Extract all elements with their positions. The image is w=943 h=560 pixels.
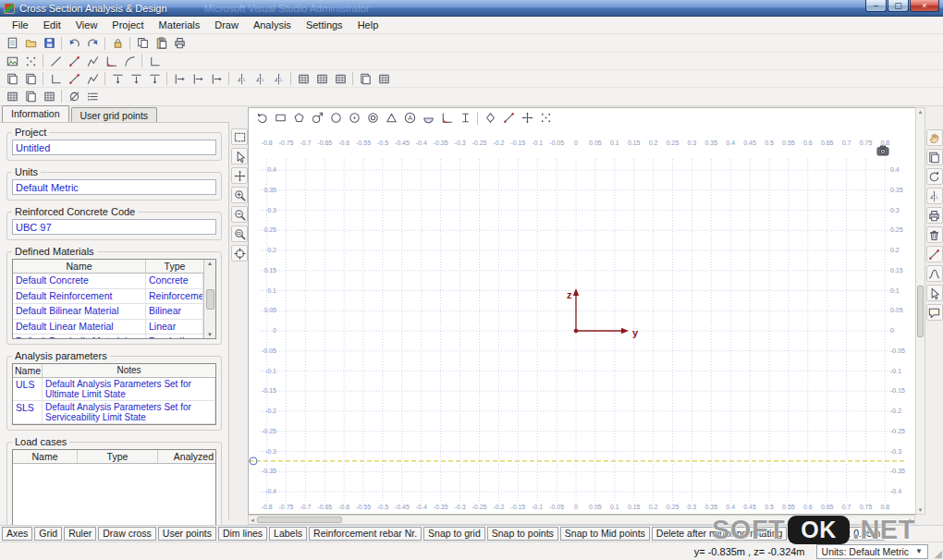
status-snap-to-points[interactable]: Snap to points	[487, 527, 558, 541]
tab-information[interactable]: Information	[2, 105, 69, 122]
menu-help[interactable]: Help	[350, 18, 386, 32]
print-view-icon[interactable]	[926, 207, 943, 224]
list-icon[interactable]	[83, 89, 102, 104]
pan-move-icon[interactable]	[231, 167, 248, 184]
draw-point-icon[interactable]	[481, 110, 499, 126]
translate-2-icon[interactable]	[65, 71, 83, 87]
draw-arc-icon[interactable]	[120, 54, 139, 69]
user-grid-icon[interactable]	[536, 110, 555, 126]
menu-materials[interactable]: Materials	[152, 18, 208, 32]
move-right-1-icon[interactable]	[170, 71, 189, 87]
table-2-icon[interactable]	[374, 71, 393, 87]
status-dim-lines[interactable]: Dim lines	[218, 527, 267, 541]
zoom-out-icon[interactable]	[231, 206, 248, 223]
draw-polygon-icon[interactable]	[289, 110, 308, 126]
status-axes[interactable]: Axes	[2, 527, 32, 541]
vscroll-thumb[interactable]	[917, 286, 924, 337]
draw-circle-arrow-icon[interactable]	[308, 110, 326, 126]
camera-icon[interactable]	[875, 143, 891, 158]
material-type-cell[interactable]: Bilinear	[146, 304, 203, 319]
scroll-up-icon[interactable]: ▲	[918, 109, 924, 115]
maximize-button[interactable]: ▢	[888, 0, 909, 12]
material-type-cell[interactable]: Parabolic	[146, 335, 203, 338]
copy-icon[interactable]	[133, 35, 152, 51]
layers-3-icon[interactable]	[40, 89, 58, 104]
tab-user-grid-points[interactable]: User grid points	[71, 107, 158, 122]
translate-1-icon[interactable]	[46, 71, 65, 87]
analysis-name-cell[interactable]: ULS	[13, 378, 43, 400]
move-right-2-icon[interactable]	[189, 71, 207, 87]
redo-icon[interactable]	[83, 35, 102, 51]
mirror-2-icon[interactable]	[251, 71, 269, 87]
move-origin-icon[interactable]	[518, 110, 536, 126]
close-button[interactable]: ×	[910, 0, 939, 12]
scroll-thumb[interactable]	[206, 289, 214, 310]
material-region-icon[interactable]: A	[400, 110, 419, 126]
snap-target-icon[interactable]	[231, 245, 248, 262]
open-file-icon[interactable]	[21, 35, 40, 51]
comment-icon[interactable]	[926, 304, 943, 321]
material-name-cell[interactable]: Default Bilinear Material	[13, 304, 146, 319]
mirror-1-icon[interactable]	[232, 71, 251, 87]
material-type-cell[interactable]: Reinforcement	[146, 289, 203, 304]
materials-row[interactable]: Default ReinforcementReinforcement	[13, 289, 203, 305]
status-grid[interactable]: Grid	[34, 527, 62, 541]
menu-file[interactable]: File	[5, 18, 36, 32]
status-draw-cross[interactable]: Draw cross	[98, 527, 156, 541]
resize-grip[interactable]: ◢	[935, 549, 942, 559]
duplicate-icon[interactable]	[3, 71, 21, 87]
draw-polyline-icon[interactable]	[83, 54, 102, 69]
move-right-3-icon[interactable]	[207, 71, 226, 87]
paste-icon[interactable]	[152, 35, 170, 51]
hscroll-thumb[interactable]	[257, 517, 342, 523]
status-reinforcement-rebar-nr[interactable]: Reinforcement rebar Nr.	[309, 527, 422, 541]
draw-line-icon[interactable]	[46, 54, 65, 69]
draw-line-points-icon[interactable]	[65, 54, 83, 69]
print-icon[interactable]	[170, 35, 189, 51]
menu-view[interactable]: View	[68, 18, 105, 32]
concrete-code-input[interactable]	[12, 219, 216, 235]
clear-icon[interactable]	[65, 89, 83, 104]
draw-triangle-icon[interactable]	[382, 110, 400, 126]
analysis-note-cell[interactable]: Default Analysis Parameters Set for Ulti…	[43, 378, 215, 400]
material-type-cell[interactable]: Concrete	[146, 274, 203, 288]
mirror-view-icon[interactable]	[926, 188, 943, 204]
draw-angle-icon[interactable]	[102, 54, 120, 69]
array-2-icon[interactable]	[312, 71, 331, 87]
measure-icon[interactable]	[926, 246, 943, 262]
draw-halfcircle-icon[interactable]	[419, 110, 437, 126]
draw-circle-center-icon[interactable]	[345, 110, 363, 126]
analysis-note-cell[interactable]: Default Analysis Parameters Set for Serv…	[43, 401, 215, 423]
draw-ring-icon[interactable]	[363, 110, 382, 126]
draw-dimension-icon[interactable]	[499, 110, 518, 126]
scroll-left-icon[interactable]: ◄	[250, 517, 255, 523]
materials-row[interactable]: Default Linear MaterialLinear	[13, 320, 203, 335]
materials-row[interactable]: Default Bilinear MaterialBilinear	[13, 304, 203, 320]
pan-hand-icon[interactable]	[926, 129, 943, 146]
draw-rectangle-icon[interactable]	[271, 110, 289, 126]
rotate-view-icon[interactable]	[252, 110, 271, 126]
translate-3-icon[interactable]	[83, 71, 102, 87]
draw-circle-icon[interactable]	[326, 110, 345, 126]
undo-icon[interactable]	[65, 35, 83, 51]
array-3-icon[interactable]	[331, 71, 349, 87]
pointer-icon[interactable]	[231, 148, 248, 164]
zoom-window-icon[interactable]	[231, 225, 248, 242]
materials-row[interactable]: Default ConcreteConcrete	[13, 274, 203, 289]
status-snap-to-mid-points[interactable]: Snap to Mid points	[560, 527, 650, 541]
menu-project[interactable]: Project	[104, 18, 151, 32]
analysis-row[interactable]: ULSDefault Analysis Parameters Set for U…	[13, 378, 215, 401]
select-rectangle-icon[interactable]	[231, 128, 248, 145]
corner-lines-icon[interactable]	[145, 54, 164, 69]
material-name-cell[interactable]: Default Concrete	[13, 274, 146, 288]
minimize-button[interactable]: –	[865, 0, 887, 12]
materials-scrollbar[interactable]: ▲ ▼	[203, 260, 215, 338]
analysis-name-cell[interactable]: SLS	[13, 401, 43, 423]
move-down-2-icon[interactable]	[127, 71, 145, 87]
menu-draw[interactable]: Draw	[207, 18, 246, 32]
layers-1-icon[interactable]	[3, 89, 21, 104]
status-labels[interactable]: Labels	[269, 527, 307, 541]
material-type-cell[interactable]: Linear	[146, 320, 203, 335]
new-file-icon[interactable]	[3, 35, 21, 51]
array-1-icon[interactable]	[294, 71, 312, 87]
